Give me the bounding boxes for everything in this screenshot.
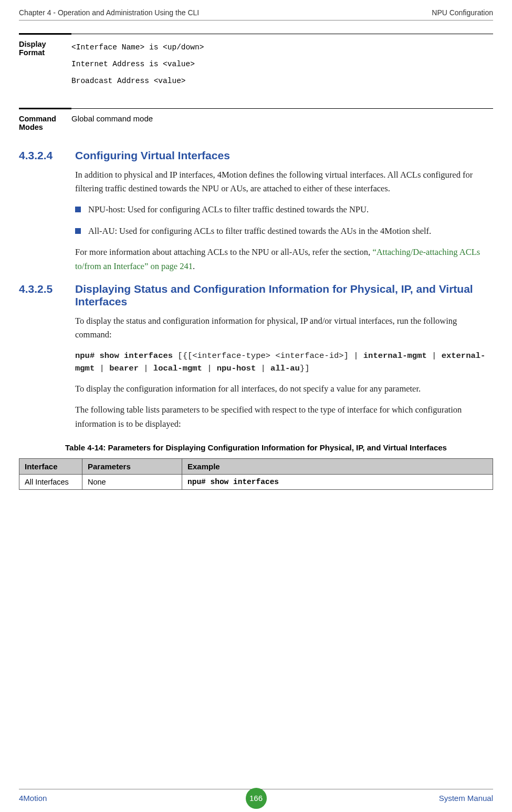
table-header-row: Interface Parameters Example	[19, 459, 493, 475]
paragraph: For more information about attaching ACL…	[75, 245, 493, 273]
section-heading-4-3-2-4: 4.3.2.4 Configuring Virtual Interfaces	[19, 149, 493, 162]
page-footer: 4Motion 166 System Manual	[19, 789, 493, 803]
table-header: Parameters	[82, 459, 182, 475]
table-row: All Interfaces None npu# show interfaces	[19, 475, 493, 490]
table-header: Example	[182, 459, 493, 475]
section-title: Configuring Virtual Interfaces	[75, 149, 230, 162]
page-header: Chapter 4 - Operation and Administration…	[0, 0, 512, 20]
def-content: Global command mode	[71, 108, 493, 140]
paragraph: In addition to physical and IP interface…	[75, 168, 493, 196]
page-content: Display Format <Interface Name> is <up/d…	[0, 33, 512, 490]
paragraph: The following table lists parameters to …	[75, 403, 493, 431]
definition-table-command-modes: Command Modes Global command mode	[19, 108, 493, 140]
definition-table-display-format: Display Format <Interface Name> is <up/d…	[19, 33, 493, 98]
section-title: Displaying Status and Configuration Info…	[75, 283, 493, 308]
def-label: Display Format	[19, 34, 71, 98]
bullet-square-icon	[75, 207, 81, 212]
paragraph: To display the status and configuration …	[75, 314, 493, 342]
page-number-badge: 166	[246, 788, 267, 809]
footer-left: 4Motion	[19, 794, 47, 803]
def-label: Command Modes	[19, 108, 71, 140]
table-caption: Table 4-14: Parameters for Displaying Co…	[19, 443, 493, 453]
bullet-item: All-AU: Used for configuring ACLs to fil…	[75, 224, 493, 238]
section-number: 4.3.2.5	[19, 283, 75, 308]
footer-right: System Manual	[439, 794, 493, 803]
bullet-text: All-AU: Used for configuring ACLs to fil…	[88, 224, 431, 238]
table-cell-code: npu# show interfaces	[182, 475, 493, 490]
def-content: <Interface Name> is <up/down> Internet A…	[71, 34, 493, 98]
header-right: NPU Configuration	[432, 8, 493, 17]
table-header: Interface	[19, 459, 82, 475]
section-heading-4-3-2-5: 4.3.2.5 Displaying Status and Configurat…	[19, 283, 493, 308]
header-rule	[19, 20, 493, 20]
command-example: npu# show interfaces [{[<interface-type>…	[75, 350, 493, 375]
header-left: Chapter 4 - Operation and Administration…	[19, 8, 199, 17]
parameters-table: Interface Parameters Example All Interfa…	[19, 458, 493, 490]
bullet-square-icon	[75, 228, 81, 234]
table-cell: None	[82, 475, 182, 490]
bullet-item: NPU-host: Used for configuring ACLs to f…	[75, 203, 493, 217]
bullet-text: NPU-host: Used for configuring ACLs to f…	[88, 203, 369, 217]
section-number: 4.3.2.4	[19, 149, 75, 162]
paragraph: To display the configuration information…	[75, 382, 493, 396]
table-cell: All Interfaces	[19, 475, 82, 490]
